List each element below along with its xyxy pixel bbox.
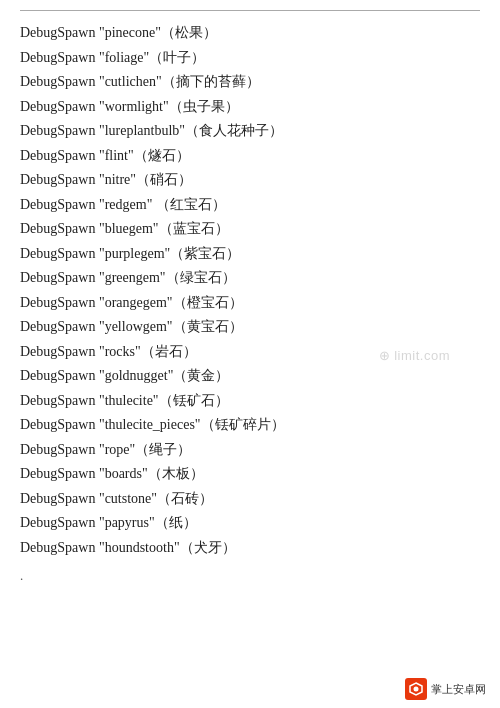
list-item: DebugSpawn "papyrus"（纸） — [20, 511, 480, 536]
list-item: DebugSpawn "thulecite"（铥矿石） — [20, 389, 480, 414]
list-item: DebugSpawn "houndstooth"（犬牙） — [20, 536, 480, 561]
item-list: DebugSpawn "pinecone"（松果）DebugSpawn "fol… — [20, 21, 480, 560]
list-item: DebugSpawn "cutlichen"（摘下的苔藓） — [20, 70, 480, 95]
list-item: DebugSpawn "flint"（燧石） — [20, 144, 480, 169]
list-item: DebugSpawn "wormlight"（虫子果） — [20, 95, 480, 120]
list-item: DebugSpawn "nitre"（硝石） — [20, 168, 480, 193]
dot-marker: . — [20, 568, 480, 584]
list-item: DebugSpawn "orangegem"（橙宝石） — [20, 291, 480, 316]
list-item: DebugSpawn "goldnugget"（黄金） — [20, 364, 480, 389]
list-item: DebugSpawn "thulecite_pieces"（铥矿碎片） — [20, 413, 480, 438]
list-item: DebugSpawn "cutstone"（石砖） — [20, 487, 480, 512]
list-item: DebugSpawn "greengem"（绿宝石） — [20, 266, 480, 291]
list-item: DebugSpawn "pinecone"（松果） — [20, 21, 480, 46]
page-container: DebugSpawn "pinecone"（松果）DebugSpawn "fol… — [0, 0, 500, 708]
list-item: DebugSpawn "yellowgem"（黄宝石） — [20, 315, 480, 340]
list-item: DebugSpawn "redgem" （红宝石） — [20, 193, 480, 218]
svg-point-0 — [414, 687, 419, 692]
list-item: DebugSpawn "rocks"（岩石） — [20, 340, 480, 365]
list-item: DebugSpawn "purplegem"（紫宝石） — [20, 242, 480, 267]
top-divider — [20, 10, 480, 11]
list-item: DebugSpawn "bluegem"（蓝宝石） — [20, 217, 480, 242]
list-item: DebugSpawn "foliage"（叶子） — [20, 46, 480, 71]
logo-icon — [405, 678, 427, 700]
list-item: DebugSpawn "lureplantbulb"（食人花种子） — [20, 119, 480, 144]
logo-svg — [408, 681, 424, 697]
list-item: DebugSpawn "boards"（木板） — [20, 462, 480, 487]
bottom-logo: 掌上安卓网 — [405, 678, 486, 700]
logo-text: 掌上安卓网 — [431, 682, 486, 697]
list-item: DebugSpawn "rope"（绳子） — [20, 438, 480, 463]
